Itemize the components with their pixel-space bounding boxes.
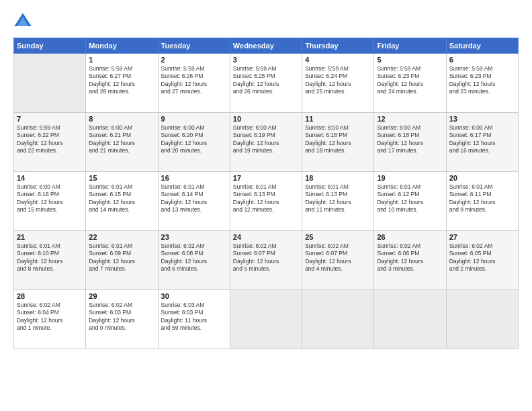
week-row-3: 14Sunrise: 6:00 AM Sunset: 6:16 PM Dayli… — [14, 172, 519, 231]
day-number: 6 — [449, 56, 515, 64]
weekday-header-monday: Monday — [86, 38, 158, 54]
calendar-cell: 25Sunrise: 6:02 AM Sunset: 6:07 PM Dayli… — [302, 231, 374, 290]
calendar-cell: 30Sunrise: 6:03 AM Sunset: 6:03 PM Dayli… — [158, 290, 230, 349]
calendar-cell: 19Sunrise: 6:01 AM Sunset: 6:12 PM Dayli… — [374, 172, 446, 231]
day-info: Sunrise: 5:59 AM Sunset: 6:22 PM Dayligh… — [17, 124, 83, 155]
day-info: Sunrise: 6:02 AM Sunset: 6:07 PM Dayligh… — [305, 242, 371, 273]
day-info: Sunrise: 6:01 AM Sunset: 6:15 PM Dayligh… — [89, 183, 154, 214]
day-number: 17 — [233, 174, 299, 182]
day-info: Sunrise: 6:00 AM Sunset: 6:16 PM Dayligh… — [17, 183, 83, 214]
day-number: 2 — [161, 56, 227, 64]
calendar-cell — [14, 54, 86, 113]
day-number: 14 — [17, 174, 83, 182]
day-number: 8 — [89, 115, 154, 123]
day-info: Sunrise: 6:00 AM Sunset: 6:21 PM Dayligh… — [89, 124, 154, 155]
day-info: Sunrise: 6:00 AM Sunset: 6:20 PM Dayligh… — [161, 124, 227, 155]
day-info: Sunrise: 6:00 AM Sunset: 6:19 PM Dayligh… — [233, 124, 299, 155]
day-info: Sunrise: 6:02 AM Sunset: 6:03 PM Dayligh… — [89, 302, 154, 332]
day-number: 12 — [377, 115, 443, 123]
calendar-cell: 11Sunrise: 6:00 AM Sunset: 6:18 PM Dayli… — [302, 113, 374, 172]
day-info: Sunrise: 6:02 AM Sunset: 6:05 PM Dayligh… — [449, 242, 515, 273]
calendar-cell: 6Sunrise: 5:59 AM Sunset: 6:23 PM Daylig… — [446, 54, 518, 113]
day-info: Sunrise: 6:01 AM Sunset: 6:09 PM Dayligh… — [89, 242, 154, 273]
day-number: 21 — [17, 233, 83, 241]
calendar-cell: 24Sunrise: 6:02 AM Sunset: 6:07 PM Dayli… — [230, 231, 302, 290]
day-number: 20 — [449, 174, 515, 182]
weekday-header-tuesday: Tuesday — [158, 38, 230, 54]
day-info: Sunrise: 6:02 AM Sunset: 6:04 PM Dayligh… — [17, 302, 83, 332]
day-number: 5 — [377, 56, 443, 64]
day-info: Sunrise: 5:59 AM Sunset: 6:23 PM Dayligh… — [449, 65, 515, 96]
day-info: Sunrise: 6:02 AM Sunset: 6:08 PM Dayligh… — [161, 242, 227, 273]
week-row-2: 7Sunrise: 5:59 AM Sunset: 6:22 PM Daylig… — [14, 113, 519, 172]
day-number: 7 — [17, 115, 83, 123]
day-info: Sunrise: 5:59 AM Sunset: 6:24 PM Dayligh… — [305, 65, 371, 96]
calendar-body: 1Sunrise: 5:59 AM Sunset: 6:27 PM Daylig… — [14, 54, 519, 349]
weekday-header-sunday: Sunday — [14, 38, 86, 54]
day-info: Sunrise: 6:01 AM Sunset: 6:13 PM Dayligh… — [305, 183, 371, 214]
day-number: 11 — [305, 115, 371, 123]
day-number: 4 — [305, 56, 371, 64]
weekday-row: SundayMondayTuesdayWednesdayThursdayFrid… — [14, 38, 519, 54]
day-number: 26 — [377, 233, 443, 241]
day-info: Sunrise: 6:01 AM Sunset: 6:11 PM Dayligh… — [449, 183, 515, 214]
logo-icon — [13, 12, 32, 31]
calendar-cell: 28Sunrise: 6:02 AM Sunset: 6:04 PM Dayli… — [14, 290, 86, 349]
day-info: Sunrise: 6:03 AM Sunset: 6:03 PM Dayligh… — [161, 302, 227, 332]
day-number: 25 — [305, 233, 371, 241]
day-info: Sunrise: 6:00 AM Sunset: 6:18 PM Dayligh… — [377, 124, 443, 155]
calendar-cell: 13Sunrise: 6:00 AM Sunset: 6:17 PM Dayli… — [446, 113, 518, 172]
calendar-header: SundayMondayTuesdayWednesdayThursdayFrid… — [14, 38, 519, 54]
week-row-1: 1Sunrise: 5:59 AM Sunset: 6:27 PM Daylig… — [14, 54, 519, 113]
day-info: Sunrise: 5:59 AM Sunset: 6:25 PM Dayligh… — [233, 65, 299, 96]
calendar-cell: 2Sunrise: 5:59 AM Sunset: 6:26 PM Daylig… — [158, 54, 230, 113]
page: SundayMondayTuesdayWednesdayThursdayFrid… — [0, 0, 532, 411]
calendar-cell: 12Sunrise: 6:00 AM Sunset: 6:18 PM Dayli… — [374, 113, 446, 172]
calendar-cell: 23Sunrise: 6:02 AM Sunset: 6:08 PM Dayli… — [158, 231, 230, 290]
day-number: 29 — [89, 292, 154, 300]
day-number: 18 — [305, 174, 371, 182]
day-number: 27 — [449, 233, 515, 241]
week-row-4: 21Sunrise: 6:01 AM Sunset: 6:10 PM Dayli… — [14, 231, 519, 290]
calendar-cell: 4Sunrise: 5:59 AM Sunset: 6:24 PM Daylig… — [302, 54, 374, 113]
calendar-cell: 21Sunrise: 6:01 AM Sunset: 6:10 PM Dayli… — [14, 231, 86, 290]
calendar-cell: 1Sunrise: 5:59 AM Sunset: 6:27 PM Daylig… — [86, 54, 158, 113]
day-info: Sunrise: 6:01 AM Sunset: 6:12 PM Dayligh… — [377, 183, 443, 214]
calendar-cell — [374, 290, 446, 349]
calendar-cell: 15Sunrise: 6:01 AM Sunset: 6:15 PM Dayli… — [86, 172, 158, 231]
calendar-cell: 7Sunrise: 5:59 AM Sunset: 6:22 PM Daylig… — [14, 113, 86, 172]
calendar-cell — [302, 290, 374, 349]
day-info: Sunrise: 6:02 AM Sunset: 6:06 PM Dayligh… — [377, 242, 443, 273]
calendar-cell: 10Sunrise: 6:00 AM Sunset: 6:19 PM Dayli… — [230, 113, 302, 172]
calendar-cell: 22Sunrise: 6:01 AM Sunset: 6:09 PM Dayli… — [86, 231, 158, 290]
calendar-cell: 14Sunrise: 6:00 AM Sunset: 6:16 PM Dayli… — [14, 172, 86, 231]
day-info: Sunrise: 5:59 AM Sunset: 6:26 PM Dayligh… — [161, 65, 227, 96]
weekday-header-wednesday: Wednesday — [230, 38, 302, 54]
day-number: 24 — [233, 233, 299, 241]
day-info: Sunrise: 6:01 AM Sunset: 6:10 PM Dayligh… — [17, 242, 83, 273]
day-number: 1 — [89, 56, 154, 64]
weekday-header-saturday: Saturday — [446, 38, 518, 54]
calendar-cell — [446, 290, 518, 349]
day-info: Sunrise: 6:00 AM Sunset: 6:18 PM Dayligh… — [305, 124, 371, 155]
calendar-cell: 16Sunrise: 6:01 AM Sunset: 6:14 PM Dayli… — [158, 172, 230, 231]
day-info: Sunrise: 6:02 AM Sunset: 6:07 PM Dayligh… — [233, 242, 299, 273]
day-info: Sunrise: 6:01 AM Sunset: 6:13 PM Dayligh… — [233, 183, 299, 214]
calendar-cell: 3Sunrise: 5:59 AM Sunset: 6:25 PM Daylig… — [230, 54, 302, 113]
weekday-header-friday: Friday — [374, 38, 446, 54]
calendar-cell: 8Sunrise: 6:00 AM Sunset: 6:21 PM Daylig… — [86, 113, 158, 172]
day-number: 19 — [377, 174, 443, 182]
calendar-cell: 5Sunrise: 5:59 AM Sunset: 6:23 PM Daylig… — [374, 54, 446, 113]
calendar-cell: 18Sunrise: 6:01 AM Sunset: 6:13 PM Dayli… — [302, 172, 374, 231]
calendar-cell: 29Sunrise: 6:02 AM Sunset: 6:03 PM Dayli… — [86, 290, 158, 349]
day-number: 23 — [161, 233, 227, 241]
calendar-cell — [230, 290, 302, 349]
calendar-cell: 17Sunrise: 6:01 AM Sunset: 6:13 PM Dayli… — [230, 172, 302, 231]
calendar-cell: 9Sunrise: 6:00 AM Sunset: 6:20 PM Daylig… — [158, 113, 230, 172]
day-number: 16 — [161, 174, 227, 182]
week-row-5: 28Sunrise: 6:02 AM Sunset: 6:04 PM Dayli… — [14, 290, 519, 349]
weekday-header-thursday: Thursday — [302, 38, 374, 54]
day-info: Sunrise: 5:59 AM Sunset: 6:27 PM Dayligh… — [89, 65, 154, 96]
day-info: Sunrise: 6:00 AM Sunset: 6:17 PM Dayligh… — [449, 124, 515, 155]
day-number: 10 — [233, 115, 299, 123]
